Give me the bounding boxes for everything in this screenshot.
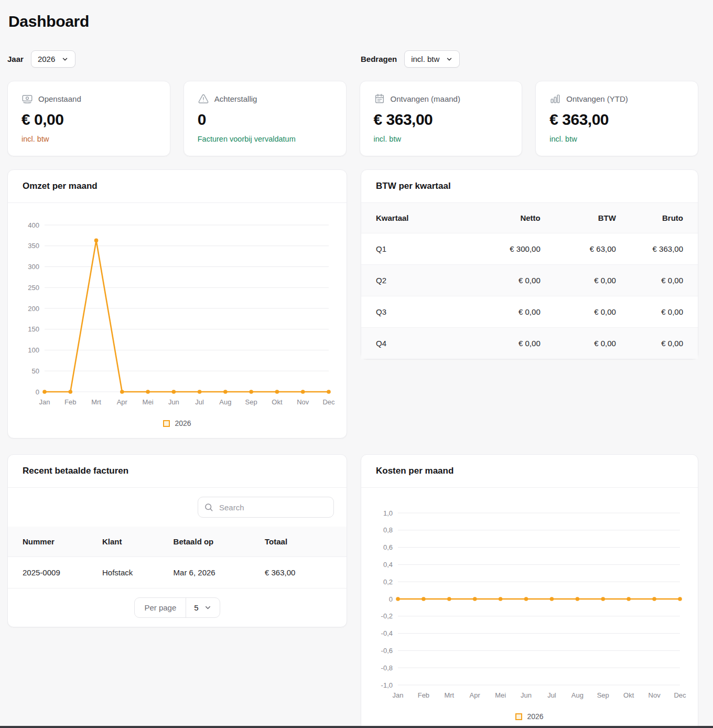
table-cell: Q2: [361, 265, 471, 296]
pagination: Per page 5: [8, 588, 347, 627]
svg-text:50: 50: [32, 367, 39, 375]
table-cell: € 0,00: [622, 296, 698, 328]
svg-text:Aug: Aug: [571, 691, 584, 699]
amounts-select[interactable]: incl. btw: [404, 50, 460, 68]
column-header: Bruto: [622, 203, 698, 233]
legend-label: 2026: [175, 419, 191, 427]
revenue-chart-legend[interactable]: 2026: [8, 417, 347, 438]
svg-text:Nov: Nov: [297, 398, 309, 406]
bar-chart-icon: [549, 93, 561, 104]
banknote-icon: [21, 93, 33, 104]
vat-table-body: Q1€ 300,00€ 63,00€ 363,00Q2€ 0,00€ 0,00€…: [361, 233, 698, 359]
chevron-down-icon: [61, 56, 69, 63]
stat-subtext: incl. btw: [549, 135, 684, 143]
svg-text:Feb: Feb: [418, 691, 429, 699]
vat-table-title: BTW per kwartaal: [376, 181, 683, 191]
column-header: Netto: [471, 203, 547, 233]
stat-label: Openstaand: [38, 94, 81, 103]
costs-chart-legend[interactable]: 2026: [361, 710, 698, 728]
stat-card-ontvangen-ytd: Ontvangen (YTD) € 363,00 incl. btw: [535, 81, 698, 156]
svg-text:Nov: Nov: [649, 691, 661, 699]
svg-text:0: 0: [389, 595, 393, 603]
amounts-filter: Bedragen incl. btw: [361, 50, 698, 68]
svg-text:Mei: Mei: [143, 398, 154, 406]
svg-text:-0,6: -0,6: [381, 647, 393, 655]
svg-text:0,6: 0,6: [383, 543, 393, 551]
revenue-chart-card: Omzet per maand 400350300250200150100500…: [7, 169, 347, 438]
column-header: Klant: [96, 527, 167, 557]
svg-text:-0,8: -0,8: [381, 664, 393, 672]
svg-text:Jun: Jun: [168, 398, 179, 406]
warning-triangle-icon: [198, 93, 209, 104]
legend-label: 2026: [527, 712, 543, 721]
table-cell: € 0,00: [471, 265, 547, 296]
year-label: Jaar: [7, 55, 24, 63]
svg-text:Okt: Okt: [272, 398, 283, 406]
revenue-line-chart: 400350300250200150100500JanFebMrtAprMeiJ…: [8, 203, 347, 417]
table-cell: € 63,00: [547, 233, 622, 265]
table-cell: € 300,00: [471, 233, 547, 265]
svg-text:Jun: Jun: [521, 691, 532, 699]
table-cell: € 0,00: [622, 265, 698, 296]
svg-text:Mei: Mei: [495, 691, 506, 699]
table-row: Q2€ 0,00€ 0,00€ 0,00: [361, 265, 698, 296]
table-cell: € 0,00: [471, 328, 547, 359]
svg-text:Sep: Sep: [597, 691, 609, 699]
table-cell: 2025-0009: [8, 557, 96, 588]
year-select[interactable]: 2026: [31, 50, 75, 68]
svg-text:Jul: Jul: [195, 398, 204, 406]
stat-value: 0: [198, 111, 332, 129]
table-cell: Mar 6, 2026: [167, 557, 258, 588]
svg-text:-0,4: -0,4: [381, 629, 393, 637]
svg-text:0: 0: [36, 388, 39, 396]
svg-text:400: 400: [28, 221, 39, 229]
vat-table-header-row: KwartaalNettoBTWBruto: [361, 203, 698, 233]
table-cell: Hofstack: [96, 557, 167, 588]
svg-text:Jan: Jan: [39, 398, 50, 406]
svg-text:Apr: Apr: [117, 398, 128, 406]
per-page-select[interactable]: Per page 5: [134, 597, 220, 618]
table-cell: € 0,00: [471, 296, 547, 328]
stat-cards: Openstaand € 0,00 incl. btw Achterstalli…: [7, 81, 698, 156]
chevron-down-icon: [204, 604, 212, 612]
filters-bar: Jaar 2026 Bedragen incl. btw: [7, 50, 698, 68]
costs-line-chart: 1,00,80,60,40,20-0,2-0,4-0,6-0,8-1,0JanF…: [361, 488, 698, 710]
year-select-value: 2026: [38, 55, 55, 63]
table-cell: Q1: [361, 233, 471, 265]
column-header: Betaald op: [167, 527, 258, 557]
svg-text:Feb: Feb: [64, 398, 76, 406]
table-cell: Q3: [361, 296, 471, 328]
column-header: Kwartaal: [361, 203, 471, 233]
stat-subtext: incl. btw: [374, 135, 509, 143]
column-header: Nummer: [8, 527, 96, 557]
stat-value: € 0,00: [21, 111, 156, 129]
search-input[interactable]: [198, 497, 334, 518]
vat-table-card: BTW per kwartaal KwartaalNettoBTWBruto Q…: [361, 169, 698, 359]
svg-text:200: 200: [28, 305, 39, 313]
svg-text:Okt: Okt: [623, 691, 634, 699]
table-row: 2025-0009HofstackMar 6, 2026€ 363,00: [8, 557, 347, 588]
stat-value: € 363,00: [374, 111, 509, 129]
calendar-icon: [374, 93, 385, 104]
table-cell: Q4: [361, 328, 471, 359]
svg-text:Mrt: Mrt: [91, 398, 101, 406]
stat-card-openstaand: Openstaand € 0,00 incl. btw: [7, 81, 170, 156]
table-cell: € 363,00: [258, 557, 347, 588]
stat-subtext: Facturen voorbij vervaldatum: [198, 135, 332, 143]
stat-card-ontvangen-maand: Ontvangen (maand) € 363,00 incl. btw: [360, 81, 523, 156]
costs-chart-title: Kosten per maand: [376, 466, 683, 476]
stat-label: Ontvangen (YTD): [566, 94, 628, 103]
invoices-table-header-row: NummerKlantBetaald opTotaal: [8, 527, 347, 557]
svg-text:350: 350: [28, 242, 39, 250]
stat-card-achterstallig: Achterstallig 0 Facturen voorbij vervald…: [183, 81, 347, 156]
svg-text:Apr: Apr: [470, 691, 481, 699]
revenue-chart-title: Omzet per maand: [23, 181, 332, 191]
invoices-table-body: 2025-0009HofstackMar 6, 2026€ 363,00: [8, 557, 347, 588]
stat-value: € 363,00: [549, 111, 684, 129]
column-header: BTW: [547, 203, 622, 233]
vat-table: KwartaalNettoBTWBruto Q1€ 300,00€ 63,00€…: [361, 203, 698, 359]
svg-text:0,8: 0,8: [383, 526, 393, 534]
svg-text:Jul: Jul: [547, 691, 556, 699]
invoices-card: Recent betaalde facturen NummerKlantBeta…: [7, 454, 347, 627]
svg-text:0,2: 0,2: [383, 578, 393, 586]
